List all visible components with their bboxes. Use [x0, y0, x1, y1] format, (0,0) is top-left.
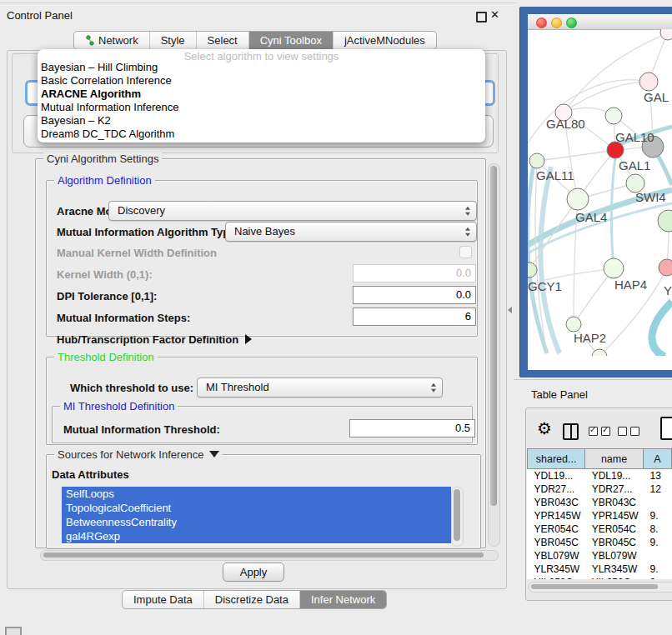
tab-style[interactable]: Style	[149, 32, 196, 49]
table-cell[interactable]: 9.	[643, 509, 671, 522]
table-cell[interactable]: YIL052C	[528, 576, 585, 579]
node-table[interactable]: shared...nameA YDL19...YDL19...13YDR27..…	[527, 448, 672, 579]
node-gal11[interactable]	[529, 153, 544, 168]
apply-button[interactable]: Apply	[223, 562, 284, 582]
node-hap4[interactable]	[604, 258, 624, 278]
network-node[interactable]	[658, 210, 672, 232]
document-icon[interactable]	[660, 417, 672, 440]
table-cell[interactable]: YPR145W	[585, 509, 644, 522]
column-view-icon[interactable]	[563, 423, 579, 440]
column-header[interactable]: A	[643, 449, 671, 469]
table-cell[interactable]	[643, 496, 671, 509]
close-panel-icon[interactable]: ✕	[490, 8, 499, 21]
algorithm-option[interactable]: Bayesian – K2	[38, 114, 485, 128]
node-gal4[interactable]	[567, 188, 589, 210]
which-threshold-combo[interactable]: MI Threshold	[197, 378, 443, 398]
settings-vertical-scrollbar[interactable]	[488, 163, 500, 547]
table-cell[interactable]: YER054C	[528, 522, 585, 536]
table-cell[interactable]: YDR27...	[585, 482, 644, 496]
tab-select[interactable]: Select	[196, 32, 248, 49]
mi-steps-field[interactable]: 6	[353, 308, 476, 326]
table-row[interactable]: YBR043CYBR043C	[528, 496, 672, 509]
table-cell[interactable]: 8.	[643, 522, 671, 536]
table-cell[interactable]: 9.	[643, 576, 671, 579]
dpi-tolerance-field[interactable]: 0.0	[353, 286, 476, 304]
column-header[interactable]: shared...	[528, 449, 585, 469]
table-row[interactable]: YBR045CYBR045C9.	[528, 536, 672, 549]
splitter-handle-icon[interactable]	[508, 307, 512, 313]
manual-kernel-checkbox[interactable]	[459, 246, 472, 258]
table-cell[interactable]: YDL19...	[528, 469, 585, 483]
tab-network[interactable]: Network	[74, 32, 149, 49]
table-cell[interactable]: YBR043C	[528, 496, 585, 509]
table-cell[interactable]: YPR145W	[528, 509, 585, 522]
minimize-traffic-light-icon[interactable]	[551, 18, 562, 28]
float-window-icon[interactable]	[476, 12, 487, 22]
data-attributes-list[interactable]: SelfLoopsTopologicalCoefficientBetweenne…	[62, 487, 451, 545]
node-gcy1[interactable]	[528, 262, 537, 278]
tab-discretize-data[interactable]: Discretize Data	[203, 591, 299, 608]
expand-right-icon[interactable]	[245, 334, 252, 344]
tab-impute-data[interactable]: Impute Data	[123, 591, 203, 608]
table-row[interactable]: YPR145WYPR145W9.	[528, 509, 672, 522]
node-gal[interactable]	[639, 72, 658, 91]
network-window-titlebar[interactable]	[528, 14, 672, 30]
zoom-traffic-light-icon[interactable]	[566, 18, 577, 28]
table-cell[interactable]: YBL079W	[585, 549, 644, 562]
node-y[interactable]	[659, 259, 672, 276]
mi-threshold-field[interactable]: 0.5	[349, 419, 475, 438]
table-cell[interactable]: YLR345W	[585, 562, 644, 576]
hub-definition-toggle[interactable]: Hub/Transcription Factor Definition	[57, 333, 252, 346]
table-cell[interactable]: YDR27...	[528, 482, 585, 496]
kernel-width-field[interactable]: 0.0	[353, 264, 476, 282]
collapse-down-icon[interactable]	[209, 451, 219, 458]
algorithm-option[interactable]: Dream8 DC_TDC Algorithm	[38, 128, 485, 141]
network-graph-canvas[interactable]: GALGAL80GAL10GAL1GAL11GAL4SWI4GCY1HAP4YH…	[528, 29, 672, 356]
algorithm-option[interactable]: Bayesian – Hill Climbing	[38, 61, 485, 74]
node-gal10[interactable]	[605, 108, 622, 124]
network-node[interactable]	[660, 29, 672, 40]
node-hap2[interactable]	[566, 317, 581, 332]
algorithm-option[interactable]: Mutual Information Inference	[38, 101, 485, 114]
table-row[interactable]: YIL052CYIL052C9.	[528, 576, 672, 579]
table-cell[interactable]: 13	[643, 469, 671, 483]
deselect-all-icon[interactable]	[618, 427, 639, 436]
dock-corner-icon[interactable]	[5, 627, 22, 635]
tab-infer-network[interactable]: Infer Network	[299, 591, 386, 608]
tab-cyni-toolbox[interactable]: Cyni Toolbox	[248, 32, 333, 49]
attributes-scrollbar[interactable]	[451, 487, 464, 547]
gear-icon[interactable]: ⚙	[537, 420, 552, 437]
table-cell[interactable]: 12	[643, 482, 671, 496]
attribute-item[interactable]: gal4RGexp	[62, 529, 451, 543]
close-traffic-light-icon[interactable]	[536, 18, 547, 28]
table-horizontal-scrollbar[interactable]	[529, 582, 672, 592]
table-cell[interactable]	[643, 549, 671, 562]
table-cell[interactable]: YIL052C	[585, 576, 644, 579]
sources-group-title[interactable]: Sources for Network Inference	[54, 448, 223, 461]
select-all-icon[interactable]	[589, 427, 610, 436]
table-cell[interactable]: YER054C	[585, 522, 644, 536]
aracne-mode-combo[interactable]: Discovery	[108, 201, 477, 221]
algorithm-option[interactable]: Basic Correlation Inference	[38, 74, 485, 88]
table-row[interactable]: YDR27...YDR27...12	[528, 482, 672, 496]
table-cell[interactable]: YBL079W	[528, 549, 585, 562]
attribute-item[interactable]: BetweennessCentrality	[62, 515, 451, 529]
mi-type-combo[interactable]: Naive Bayes	[225, 222, 477, 242]
table-cell[interactable]: 9.	[643, 536, 671, 549]
table-row[interactable]: YBL079WYBL079W	[528, 549, 672, 562]
column-header[interactable]: name	[585, 449, 644, 469]
settings-horizontal-scrollbar[interactable]	[40, 550, 499, 561]
attribute-item[interactable]: SelfLoops	[62, 487, 451, 501]
table-row[interactable]: YLR345WYLR345W9.	[528, 562, 672, 576]
table-cell[interactable]: YDL19...	[585, 469, 644, 483]
table-cell[interactable]: YBR045C	[528, 536, 585, 549]
table-cell[interactable]: YBR045C	[585, 536, 644, 549]
attribute-item[interactable]: TopologicalCoefficient	[62, 501, 451, 515]
tab-jactivemnodules[interactable]: jActiveMNodules	[333, 32, 436, 49]
table-row[interactable]: YDL19...YDL19...13	[528, 469, 672, 483]
table-row[interactable]: YER054CYER054C8.	[528, 522, 672, 536]
table-cell[interactable]: YBR043C	[585, 496, 644, 509]
table-cell[interactable]: 9.	[643, 562, 671, 576]
algorithm-option[interactable]: ARACNE Algorithm	[38, 88, 485, 101]
node-gal1[interactable]	[607, 142, 624, 158]
